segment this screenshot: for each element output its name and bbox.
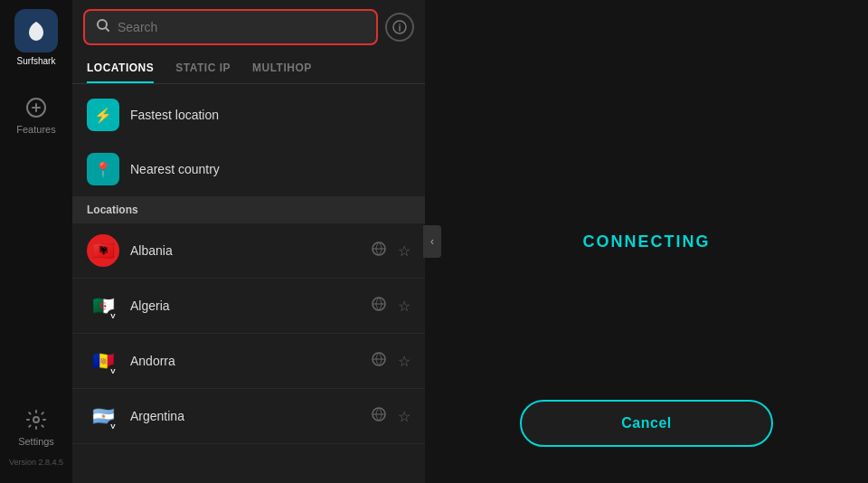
country-name-argentina: Argentina [130, 409, 360, 423]
argentina-server-icon[interactable] [371, 406, 387, 426]
search-container [72, 0, 425, 54]
locations-section-header: Locations [72, 196, 425, 223]
country-item-andorra[interactable]: 🇦🇩 V Andorra ☆ [72, 334, 425, 389]
andorra-v-badge: V [107, 365, 119, 377]
version-label: Version 2.8.4.5 [9, 458, 63, 474]
gear-icon [24, 407, 49, 432]
flag-andorra: 🇦🇩 V [87, 345, 119, 377]
location-panel: LOCATIONS STATIC IP MULTIHOP ⚡ Fastest l… [72, 0, 425, 483]
country-item-algeria[interactable]: 🇩🇿 V Algeria ☆ [72, 279, 425, 334]
andorra-server-icon[interactable] [371, 351, 387, 371]
andorra-actions: ☆ [371, 351, 410, 371]
search-icon [96, 18, 110, 36]
location-list: ⚡ Fastest location 📍 Nearest country Loc… [72, 88, 425, 483]
nearest-country-icon: 📍 [87, 153, 119, 185]
country-name-albania: Albania [130, 243, 360, 258]
svg-point-4 [399, 24, 401, 25]
tab-locations[interactable]: LOCATIONS [87, 54, 154, 83]
albania-actions: ☆ [371, 241, 410, 260]
albania-favorite-icon[interactable]: ☆ [398, 242, 410, 260]
nearest-country-label: Nearest country [130, 162, 220, 176]
andorra-favorite-icon[interactable]: ☆ [398, 353, 410, 370]
fastest-location-item[interactable]: ⚡ Fastest location [72, 88, 425, 142]
algeria-actions: ☆ [371, 296, 410, 316]
sidebar-item-features[interactable]: Features [0, 84, 72, 146]
argentina-actions: ☆ [371, 406, 410, 426]
right-panel: CONNECTING Cancel [425, 0, 868, 483]
sidebar: Surfshark Features Settings Version 2.8.… [0, 0, 72, 483]
sidebar-item-settings[interactable]: Settings [0, 396, 72, 458]
tab-static-ip[interactable]: STATIC IP [175, 54, 231, 83]
flag-argentina: 🇦🇷 V [87, 400, 119, 432]
location-tabs: LOCATIONS STATIC IP MULTIHOP [72, 54, 425, 84]
algeria-favorite-icon[interactable]: ☆ [398, 298, 410, 315]
sidebar-features-label: Features [16, 124, 55, 135]
argentina-favorite-icon[interactable]: ☆ [398, 408, 410, 425]
country-name-algeria: Algeria [130, 298, 360, 313]
app-name-label: Surfshark [17, 56, 56, 66]
albania-server-icon[interactable] [371, 241, 387, 260]
sidebar-settings-label: Settings [18, 436, 54, 447]
collapse-panel-button[interactable]: ‹ [423, 225, 441, 258]
argentina-v-badge: V [107, 420, 119, 432]
plus-circle-icon [24, 95, 49, 120]
flag-algeria: 🇩🇿 V [87, 289, 119, 322]
country-item-argentina[interactable]: 🇦🇷 V Argentina ☆ [72, 389, 425, 444]
svg-point-1 [33, 417, 39, 422]
country-name-andorra: Andorra [130, 354, 360, 368]
fastest-location-label: Fastest location [130, 108, 219, 122]
tab-multihop[interactable]: MULTIHOP [252, 54, 312, 83]
country-item-albania[interactable]: 🇦🇱 Albania ☆ [72, 223, 425, 279]
cancel-button[interactable]: Cancel [520, 400, 773, 447]
search-box[interactable] [83, 9, 378, 45]
algeria-v-badge: V [107, 309, 119, 322]
algeria-server-icon[interactable] [371, 296, 387, 316]
fastest-location-icon: ⚡ [87, 99, 119, 131]
nearest-country-item[interactable]: 📍 Nearest country [72, 142, 425, 196]
flag-albania: 🇦🇱 [87, 234, 119, 267]
info-button[interactable] [385, 13, 414, 42]
search-input[interactable] [118, 20, 365, 34]
app-logo[interactable] [14, 9, 58, 52]
connection-status: CONNECTING [583, 232, 711, 251]
